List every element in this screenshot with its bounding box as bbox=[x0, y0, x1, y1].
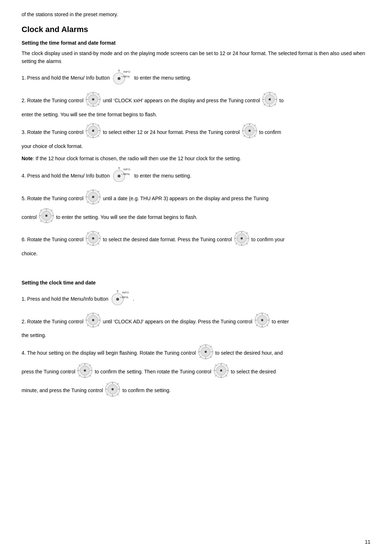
step2-text-a: 2. Rotate the Tuning control bbox=[22, 96, 83, 105]
svg-text:INFO: INFO bbox=[123, 168, 130, 171]
ct-step-4: 4. The hour setting on the display will … bbox=[22, 344, 370, 363]
ct-step2-text-d: the setting. bbox=[22, 331, 46, 340]
ct-step-2-cont: the setting. bbox=[22, 331, 370, 340]
step6-text-a: 6. Rotate the Tuning control bbox=[22, 235, 83, 244]
menu-info-button-icon-1: INFO • MENL bbox=[111, 68, 132, 88]
svg-text:• MENL: • MENL bbox=[120, 296, 129, 299]
svg-text:• MENL: • MENL bbox=[122, 173, 130, 175]
step5-text-a: 5. Rotate the Tuning control bbox=[22, 194, 83, 203]
note-content: : If the 12 hour clock format is chosen,… bbox=[33, 156, 241, 161]
svg-point-163 bbox=[220, 369, 222, 372]
menu-info-button-icon-ct1: INFO • MENL bbox=[110, 289, 131, 309]
tuning-knob-3a bbox=[85, 123, 101, 142]
step2-text-b: until ‘CLOCK xxH’ appears on the display… bbox=[103, 96, 260, 105]
tuning-knob-2a bbox=[85, 91, 101, 110]
svg-point-119 bbox=[92, 319, 94, 321]
menu-info-button-icon-4: INFO • MENL bbox=[111, 166, 132, 185]
step6-text-c: to confirm your bbox=[251, 235, 285, 244]
tuning-knob-2b bbox=[262, 91, 278, 110]
page-number: 11 bbox=[365, 539, 370, 545]
ct-step2-text-a: 2. Rotate the Tuning control bbox=[22, 317, 83, 326]
step-3-cont: your choice of clock format. bbox=[22, 142, 370, 151]
ct-step4-text-d: to confirm the setting. Then rotate the … bbox=[95, 367, 211, 376]
ct-step-2: 2. Rotate the Tuning control until ‘CLOC… bbox=[22, 312, 370, 331]
ct-step4-text-a: 4. The hour setting on the display will … bbox=[22, 349, 196, 358]
tuning-knob-ct4c bbox=[213, 363, 229, 381]
svg-text:INFO: INFO bbox=[122, 291, 129, 294]
tuning-knob-ct2b bbox=[254, 312, 270, 331]
tuning-knob-5a bbox=[85, 189, 101, 208]
svg-point-41 bbox=[92, 130, 94, 132]
tuning-knob-ct2a bbox=[85, 312, 101, 331]
step-1: 1. Press and hold the Menu/ Info button … bbox=[22, 68, 370, 88]
svg-point-102 bbox=[241, 237, 243, 239]
step3-text-c: to confirm bbox=[259, 128, 281, 137]
svg-point-12 bbox=[118, 77, 120, 80]
ct-step-4-line3: minute, and press the Tuning control to … bbox=[22, 381, 370, 400]
section-title: Clock and Alarms bbox=[22, 25, 370, 34]
ct-step4-text-c: press the Tuning control bbox=[22, 367, 75, 376]
svg-point-19 bbox=[92, 98, 94, 100]
tuning-knob-ct4a bbox=[198, 344, 214, 363]
step4-text-b: to enter the menu setting. bbox=[134, 171, 191, 180]
step1-text-a: 1. Press and hold the Menu/ Info button bbox=[22, 73, 110, 82]
intro-text: of the stations stored in the preset mem… bbox=[22, 11, 370, 18]
svg-point-52 bbox=[249, 130, 251, 132]
ct-step4-text-g: to confirm the setting. bbox=[122, 386, 170, 395]
ct-step2-text-b: until ‘CLOCK ADJ’ appears on the display… bbox=[103, 317, 252, 326]
svg-point-152 bbox=[84, 369, 86, 372]
tuning-knob-ct4b bbox=[77, 363, 93, 381]
step5-text-b: until a date (e.g. THU APR 3) appears on… bbox=[103, 194, 268, 203]
tuning-knob-ct4d bbox=[105, 381, 120, 400]
svg-text:INFO: INFO bbox=[123, 70, 130, 73]
time-format-para1: The clock display used in stand-by mode … bbox=[22, 49, 370, 66]
step6-text-b: to select the desired date format. Press… bbox=[103, 235, 232, 244]
step2-text-c: to bbox=[279, 96, 284, 105]
step-3: 3. Rotate the Tuning control to select e… bbox=[22, 123, 370, 142]
step-5: 5. Rotate the Tuning control until a dat… bbox=[22, 189, 370, 208]
step4-text-a: 4. Press and hold the Menu/ Info button bbox=[22, 171, 110, 180]
svg-point-30 bbox=[269, 98, 271, 100]
svg-point-141 bbox=[205, 351, 207, 353]
tuning-knob-3b bbox=[242, 123, 257, 142]
svg-point-80 bbox=[45, 215, 47, 217]
ct-step4-text-b: to select the desired hour, and bbox=[215, 349, 283, 358]
ct-step1-text-a: 1. Press and hold the Menu/Info button bbox=[22, 295, 108, 304]
tuning-knob-6a bbox=[85, 230, 101, 249]
step3-text-d: your choice of clock format. bbox=[22, 142, 83, 151]
ct-step2-text-c: to enter bbox=[272, 317, 289, 326]
svg-point-69 bbox=[92, 196, 94, 198]
svg-point-130 bbox=[261, 319, 263, 321]
step2-text-d: enter the setting. You will see the time… bbox=[22, 110, 157, 119]
time-format-subtitle: Setting the time format and date format bbox=[22, 40, 370, 46]
step-2: 2. Rotate the Tuning control until ‘CLOC… bbox=[22, 91, 370, 110]
ct-step1-text-b: . bbox=[133, 295, 134, 304]
step5-text-c: control bbox=[22, 213, 37, 222]
ct-step4-text-f: minute, and press the Tuning control bbox=[22, 386, 103, 395]
svg-text:• MENL: • MENL bbox=[122, 75, 130, 78]
tuning-knob-5b bbox=[38, 208, 54, 226]
step-5-cont: control to enter the setting. You will s… bbox=[22, 208, 370, 226]
step-2-cont: enter the setting. You will see the time… bbox=[22, 110, 370, 119]
svg-point-112 bbox=[116, 298, 119, 301]
note-text: Note: If the 12 hour clock format is cho… bbox=[22, 154, 370, 162]
step-6: 6. Rotate the Tuning control to select t… bbox=[22, 230, 370, 249]
step-4: 4. Press and hold the Menu/ Info button … bbox=[22, 166, 370, 185]
ct-step-1: 1. Press and hold the Menu/Info button I… bbox=[22, 289, 370, 309]
step3-text-b: to select either 12 or 24 hour format. P… bbox=[103, 128, 240, 137]
step3-text-a: 3. Rotate the Tuning control bbox=[22, 128, 83, 137]
clock-time-subtitle: Setting the clock time and date bbox=[22, 280, 370, 286]
svg-point-91 bbox=[92, 237, 94, 239]
ct-step-4-line2: press the Tuning control to confirm the … bbox=[22, 363, 370, 381]
svg-point-174 bbox=[111, 388, 114, 390]
step6-text-d: choice. bbox=[22, 249, 37, 258]
ct-step4-text-e: to select the desired bbox=[231, 367, 276, 376]
step-6-cont: choice. bbox=[22, 249, 370, 258]
note-label: Note bbox=[22, 156, 33, 161]
tuning-knob-6b bbox=[234, 230, 250, 249]
step1-text-b: to enter the menu setting. bbox=[134, 73, 191, 82]
svg-point-62 bbox=[118, 175, 120, 178]
step5-text-d: to enter the setting. You will see the d… bbox=[56, 213, 197, 222]
